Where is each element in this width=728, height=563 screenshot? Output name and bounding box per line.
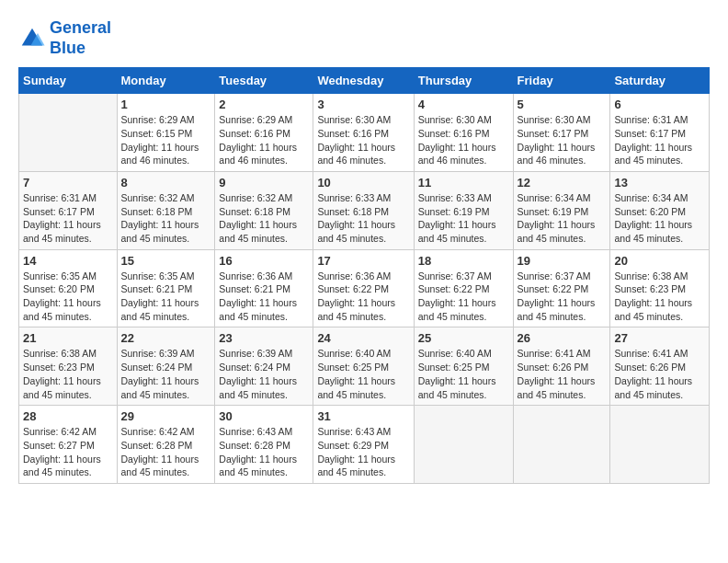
day-number: 7	[23, 176, 113, 190]
calendar-cell	[610, 406, 710, 484]
calendar-cell: 21Sunrise: 6:38 AM Sunset: 6:23 PM Dayli…	[19, 327, 118, 406]
calendar-cell: 19Sunrise: 6:37 AM Sunset: 6:22 PM Dayli…	[513, 249, 610, 327]
day-number: 12	[518, 176, 607, 190]
calendar-cell: 30Sunrise: 6:43 AM Sunset: 6:28 PM Dayli…	[215, 406, 313, 484]
calendar-cell: 10Sunrise: 6:33 AM Sunset: 6:18 PM Dayli…	[313, 171, 414, 249]
day-info: Sunrise: 6:33 AM Sunset: 6:18 PM Dayligh…	[317, 191, 409, 246]
weekday-monday: Monday	[117, 68, 215, 94]
weekday-sunday: Sunday	[19, 68, 118, 94]
day-number: 24	[317, 331, 409, 345]
day-number: 11	[418, 176, 509, 190]
day-info: Sunrise: 6:34 AM Sunset: 6:20 PM Dayligh…	[614, 191, 705, 246]
day-info: Sunrise: 6:36 AM Sunset: 6:21 PM Dayligh…	[219, 270, 309, 324]
week-row-1: 1Sunrise: 6:29 AM Sunset: 6:15 PM Daylig…	[19, 94, 710, 172]
day-number: 23	[219, 331, 309, 345]
calendar-cell: 13Sunrise: 6:34 AM Sunset: 6:20 PM Dayli…	[610, 171, 710, 249]
day-info: Sunrise: 6:41 AM Sunset: 6:26 PM Dayligh…	[518, 347, 607, 401]
day-number: 13	[614, 176, 705, 190]
calendar-cell	[19, 94, 118, 172]
day-number: 30	[219, 409, 309, 423]
day-info: Sunrise: 6:35 AM Sunset: 6:21 PM Dayligh…	[121, 270, 211, 324]
day-info: Sunrise: 6:29 AM Sunset: 6:15 PM Dayligh…	[121, 113, 211, 167]
day-number: 6	[614, 98, 705, 111]
calendar-cell: 12Sunrise: 6:34 AM Sunset: 6:19 PM Dayli…	[513, 171, 610, 249]
day-info: Sunrise: 6:39 AM Sunset: 6:24 PM Dayligh…	[219, 347, 309, 401]
day-number: 17	[317, 254, 409, 268]
calendar-cell: 28Sunrise: 6:42 AM Sunset: 6:27 PM Dayli…	[19, 406, 118, 484]
calendar-cell: 14Sunrise: 6:35 AM Sunset: 6:20 PM Dayli…	[19, 249, 118, 327]
day-number: 4	[418, 98, 509, 111]
weekday-wednesday: Wednesday	[313, 68, 414, 94]
day-number: 18	[418, 254, 509, 268]
logo-icon	[18, 25, 46, 52]
day-info: Sunrise: 6:36 AM Sunset: 6:22 PM Dayligh…	[317, 270, 409, 324]
day-number: 14	[23, 254, 113, 268]
week-row-4: 21Sunrise: 6:38 AM Sunset: 6:23 PM Dayli…	[19, 327, 710, 406]
calendar-cell: 18Sunrise: 6:37 AM Sunset: 6:22 PM Dayli…	[414, 249, 513, 327]
calendar-cell: 11Sunrise: 6:33 AM Sunset: 6:19 PM Dayli…	[414, 171, 513, 249]
week-row-5: 28Sunrise: 6:42 AM Sunset: 6:27 PM Dayli…	[19, 406, 710, 484]
day-number: 8	[121, 176, 211, 190]
day-info: Sunrise: 6:39 AM Sunset: 6:24 PM Dayligh…	[121, 347, 211, 401]
day-number: 9	[219, 176, 309, 190]
calendar-cell: 2Sunrise: 6:29 AM Sunset: 6:16 PM Daylig…	[215, 94, 313, 172]
day-number: 3	[317, 98, 409, 111]
calendar-cell: 29Sunrise: 6:42 AM Sunset: 6:28 PM Dayli…	[117, 406, 215, 484]
day-info: Sunrise: 6:30 AM Sunset: 6:16 PM Dayligh…	[418, 113, 509, 167]
week-row-2: 7Sunrise: 6:31 AM Sunset: 6:17 PM Daylig…	[19, 171, 710, 249]
calendar-header: SundayMondayTuesdayWednesdayThursdayFrid…	[19, 68, 710, 94]
day-number: 25	[418, 331, 509, 345]
day-info: Sunrise: 6:37 AM Sunset: 6:22 PM Dayligh…	[518, 270, 607, 324]
day-info: Sunrise: 6:42 AM Sunset: 6:28 PM Dayligh…	[121, 425, 211, 479]
calendar-cell: 16Sunrise: 6:36 AM Sunset: 6:21 PM Dayli…	[215, 249, 313, 327]
day-number: 31	[317, 409, 409, 423]
day-info: Sunrise: 6:40 AM Sunset: 6:25 PM Dayligh…	[317, 347, 409, 401]
day-number: 27	[614, 331, 705, 345]
day-info: Sunrise: 6:43 AM Sunset: 6:28 PM Dayligh…	[219, 425, 309, 479]
calendar-cell: 3Sunrise: 6:30 AM Sunset: 6:16 PM Daylig…	[313, 94, 414, 172]
day-info: Sunrise: 6:41 AM Sunset: 6:26 PM Dayligh…	[614, 347, 705, 401]
calendar-cell	[513, 406, 610, 484]
logo-text: General Blue	[50, 18, 111, 58]
day-info: Sunrise: 6:30 AM Sunset: 6:16 PM Dayligh…	[317, 113, 409, 167]
weekday-friday: Friday	[513, 68, 610, 94]
day-info: Sunrise: 6:42 AM Sunset: 6:27 PM Dayligh…	[23, 425, 113, 479]
calendar-cell	[414, 406, 513, 484]
day-number: 28	[23, 409, 113, 423]
day-number: 21	[23, 331, 113, 345]
calendar-cell: 22Sunrise: 6:39 AM Sunset: 6:24 PM Dayli…	[117, 327, 215, 406]
calendar-cell: 25Sunrise: 6:40 AM Sunset: 6:25 PM Dayli…	[414, 327, 513, 406]
calendar-cell: 6Sunrise: 6:31 AM Sunset: 6:17 PM Daylig…	[610, 94, 710, 172]
weekday-header-row: SundayMondayTuesdayWednesdayThursdayFrid…	[19, 68, 710, 94]
calendar-cell: 31Sunrise: 6:43 AM Sunset: 6:29 PM Dayli…	[313, 406, 414, 484]
calendar-cell: 7Sunrise: 6:31 AM Sunset: 6:17 PM Daylig…	[19, 171, 118, 249]
calendar-cell: 23Sunrise: 6:39 AM Sunset: 6:24 PM Dayli…	[215, 327, 313, 406]
day-number: 16	[219, 254, 309, 268]
day-number: 20	[614, 254, 705, 268]
calendar-cell: 1Sunrise: 6:29 AM Sunset: 6:15 PM Daylig…	[117, 94, 215, 172]
day-info: Sunrise: 6:38 AM Sunset: 6:23 PM Dayligh…	[23, 347, 113, 401]
day-info: Sunrise: 6:34 AM Sunset: 6:19 PM Dayligh…	[518, 191, 607, 246]
day-info: Sunrise: 6:31 AM Sunset: 6:17 PM Dayligh…	[614, 113, 705, 167]
calendar-cell: 8Sunrise: 6:32 AM Sunset: 6:18 PM Daylig…	[117, 171, 215, 249]
calendar-table: SundayMondayTuesdayWednesdayThursdayFrid…	[18, 67, 710, 484]
calendar-body: 1Sunrise: 6:29 AM Sunset: 6:15 PM Daylig…	[19, 94, 710, 484]
day-info: Sunrise: 6:29 AM Sunset: 6:16 PM Dayligh…	[219, 113, 309, 167]
calendar-cell: 5Sunrise: 6:30 AM Sunset: 6:17 PM Daylig…	[513, 94, 610, 172]
day-info: Sunrise: 6:35 AM Sunset: 6:20 PM Dayligh…	[23, 270, 113, 324]
day-number: 5	[518, 98, 607, 111]
day-number: 2	[219, 98, 309, 111]
weekday-saturday: Saturday	[610, 68, 710, 94]
day-info: Sunrise: 6:30 AM Sunset: 6:17 PM Dayligh…	[518, 113, 607, 167]
calendar-cell: 24Sunrise: 6:40 AM Sunset: 6:25 PM Dayli…	[313, 327, 414, 406]
calendar-cell: 15Sunrise: 6:35 AM Sunset: 6:21 PM Dayli…	[117, 249, 215, 327]
day-info: Sunrise: 6:43 AM Sunset: 6:29 PM Dayligh…	[317, 425, 409, 479]
calendar-cell: 17Sunrise: 6:36 AM Sunset: 6:22 PM Dayli…	[313, 249, 414, 327]
weekday-thursday: Thursday	[414, 68, 513, 94]
day-info: Sunrise: 6:31 AM Sunset: 6:17 PM Dayligh…	[23, 191, 113, 246]
day-info: Sunrise: 6:32 AM Sunset: 6:18 PM Dayligh…	[121, 191, 211, 246]
calendar-cell: 4Sunrise: 6:30 AM Sunset: 6:16 PM Daylig…	[414, 94, 513, 172]
calendar-cell: 26Sunrise: 6:41 AM Sunset: 6:26 PM Dayli…	[513, 327, 610, 406]
logo: General Blue	[18, 18, 111, 58]
day-number: 1	[121, 98, 211, 111]
